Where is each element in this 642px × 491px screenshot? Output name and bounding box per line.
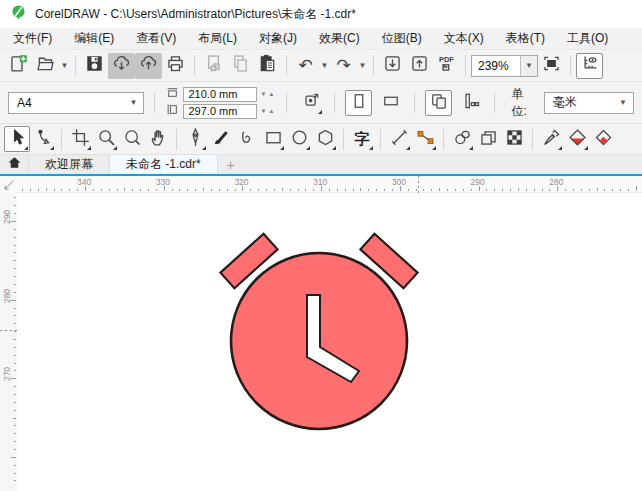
menu-tools[interactable]: 工具(O) bbox=[556, 28, 619, 49]
menu-view[interactable]: 查看(V) bbox=[125, 28, 187, 49]
ruler-tick bbox=[518, 188, 519, 191]
ruler-tick bbox=[313, 189, 314, 191]
eyedropper-tool-button[interactable] bbox=[538, 126, 564, 152]
import-button[interactable] bbox=[379, 53, 406, 79]
export-button[interactable] bbox=[406, 53, 433, 79]
undo-button[interactable]: ↶ bbox=[292, 53, 319, 79]
tab-untitled-document[interactable]: 未命名 -1.cdr* bbox=[110, 155, 218, 174]
flyout-indicator bbox=[558, 146, 562, 150]
ruler-label: 290 bbox=[471, 177, 485, 187]
shape-tool-button[interactable] bbox=[30, 126, 56, 152]
ruler-tick bbox=[604, 189, 605, 191]
menu-text[interactable]: 文本(X) bbox=[433, 28, 495, 49]
separator bbox=[373, 55, 374, 76]
flyout-indicator bbox=[332, 146, 336, 150]
pattern-fill-tool-button[interactable] bbox=[501, 126, 527, 152]
title-bar: CorelDRAW - C:\Users\Administrator\Pictu… bbox=[0, 0, 642, 28]
new-tab-button[interactable]: + bbox=[218, 155, 244, 174]
horizontal-ruler[interactable]: 340330320310300290280 bbox=[0, 176, 642, 193]
portrait-orientation-button[interactable] bbox=[345, 90, 372, 116]
vertical-ruler[interactable]: 290280270 bbox=[0, 193, 17, 491]
cloud-download-icon bbox=[111, 53, 132, 78]
menu-layout[interactable]: 布局(L) bbox=[187, 28, 248, 49]
flyout-indicator bbox=[584, 146, 588, 150]
pen-tool-button[interactable] bbox=[182, 126, 208, 152]
autofit-page-button[interactable] bbox=[297, 90, 324, 116]
ruler-tick bbox=[61, 189, 62, 191]
separator bbox=[443, 129, 444, 150]
menu-object[interactable]: 对象(J) bbox=[248, 28, 308, 49]
curve-tool-button[interactable] bbox=[234, 126, 260, 152]
chevron-down-icon[interactable]: ▼ bbox=[357, 61, 368, 70]
cloud-upload-button[interactable] bbox=[135, 53, 162, 79]
paste-button[interactable] bbox=[254, 53, 281, 79]
ruler-tick bbox=[14, 197, 16, 198]
menu-table[interactable]: 表格(T) bbox=[495, 28, 556, 49]
zoom-2-tool-button[interactable] bbox=[119, 126, 145, 152]
page-width-spinner[interactable]: ▼▲ bbox=[260, 91, 276, 97]
menu-effects[interactable]: 效果(C) bbox=[308, 28, 371, 49]
zoom-tool-button[interactable] bbox=[93, 126, 119, 152]
ruler-tick bbox=[14, 473, 16, 474]
ruler-guide-marker bbox=[0, 330, 17, 331]
text-tool-button[interactable]: 字 bbox=[349, 126, 375, 152]
ruler-tick bbox=[534, 189, 535, 191]
ruler-tick bbox=[298, 189, 299, 191]
chevron-down-icon[interactable]: ▼ bbox=[520, 56, 537, 76]
contour-tool-button[interactable] bbox=[475, 126, 501, 152]
cloud-download-button[interactable] bbox=[108, 53, 135, 79]
page-height-spinner[interactable]: ▼▲ bbox=[260, 108, 276, 114]
connector-tool-button[interactable] bbox=[412, 126, 438, 152]
crop-tool-button[interactable] bbox=[67, 126, 93, 152]
ruler-tick bbox=[471, 189, 472, 191]
units-combo[interactable]: 毫米 ▼ bbox=[544, 92, 634, 114]
menu-bitmaps[interactable]: 位图(B) bbox=[371, 28, 433, 49]
ruler-tick bbox=[431, 189, 432, 191]
smart-fill-tool-button[interactable] bbox=[590, 126, 616, 152]
fullscreen-preview-icon bbox=[541, 53, 562, 78]
all-pages-button[interactable] bbox=[425, 90, 452, 116]
tab-welcome-screen[interactable]: 欢迎屏幕 bbox=[28, 155, 110, 174]
print-button[interactable] bbox=[162, 53, 189, 79]
pick-tool-button[interactable] bbox=[4, 126, 30, 152]
chevron-down-icon[interactable]: ▼ bbox=[59, 61, 70, 70]
dimension-tool-button[interactable] bbox=[386, 126, 412, 152]
polygon-tool-button[interactable] bbox=[312, 126, 338, 152]
shadow-tool-button[interactable] bbox=[449, 126, 475, 152]
alarm-clock-drawing[interactable] bbox=[17, 193, 642, 491]
redo-button[interactable]: ↷ bbox=[330, 53, 357, 79]
current-page-button[interactable] bbox=[457, 90, 484, 116]
ruler-tick bbox=[392, 189, 393, 191]
separator bbox=[334, 92, 335, 113]
rectangle-tool-button[interactable] bbox=[260, 126, 286, 152]
landscape-orientation-button[interactable] bbox=[377, 90, 404, 116]
menu-file[interactable]: 文件(F) bbox=[2, 28, 63, 49]
zoom-level-input[interactable] bbox=[472, 56, 520, 76]
zoom-level-combo[interactable]: ▼ bbox=[471, 55, 538, 77]
save-button[interactable] bbox=[81, 53, 108, 79]
new-document-button[interactable] bbox=[5, 53, 32, 79]
page-width-field[interactable] bbox=[183, 87, 257, 102]
show-rulers-button[interactable] bbox=[576, 53, 603, 79]
standard-toolbar: ▼↶▼↷▼PDF▼ bbox=[0, 50, 642, 82]
pan-tool-button[interactable] bbox=[145, 126, 171, 152]
ruler-origin-button[interactable] bbox=[0, 176, 17, 193]
interactive-fill-tool-button[interactable] bbox=[564, 126, 590, 152]
page-height-field[interactable] bbox=[183, 104, 257, 119]
open-folder-button[interactable] bbox=[32, 53, 59, 79]
chevron-down-icon[interactable]: ▼ bbox=[319, 61, 330, 70]
ruler-label: 280 bbox=[549, 177, 563, 187]
drawing-canvas[interactable] bbox=[17, 193, 642, 491]
pdf-button[interactable]: PDF bbox=[433, 53, 460, 79]
ruler-tick bbox=[187, 189, 188, 191]
save-icon bbox=[84, 53, 105, 78]
ruler-tick bbox=[290, 189, 291, 191]
menu-edit[interactable]: 编辑(E) bbox=[63, 28, 125, 49]
brush-tool-button[interactable] bbox=[208, 126, 234, 152]
ruler-tick bbox=[14, 425, 16, 426]
fullscreen-preview-button[interactable] bbox=[538, 53, 565, 79]
ellipse-tool-button[interactable] bbox=[286, 126, 312, 152]
home-tab-button[interactable] bbox=[0, 155, 28, 174]
page-size-combo[interactable]: A4 ▼ bbox=[8, 92, 144, 114]
ruler-tick bbox=[14, 245, 16, 246]
